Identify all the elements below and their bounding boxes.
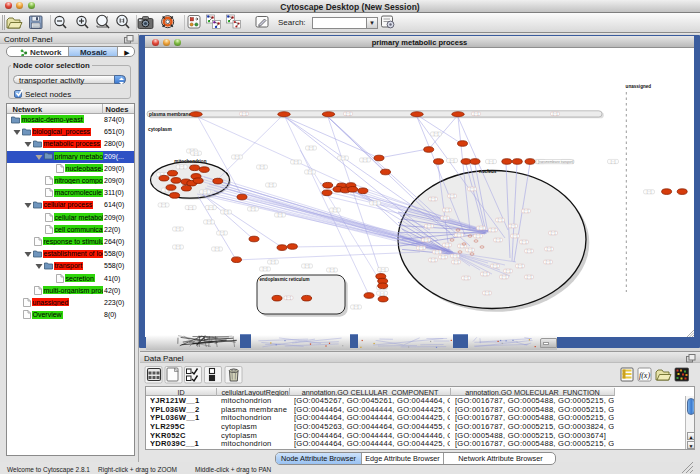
svg-text:[···]: [···] [496,238,501,242]
svg-text:[···]: [···] [470,187,475,191]
svg-text:[···]: [···] [445,208,450,212]
svg-text:[···]: [···] [431,258,436,262]
svg-text:[···]: [···] [242,112,247,116]
svg-text:[···]: [···] [330,268,335,272]
svg-text:[···]: [···] [527,249,532,253]
svg-text:[···]: [···] [450,194,455,198]
svg-text:[···]: [···] [194,152,199,156]
svg-text:[···]: [···] [434,132,439,136]
svg-text:[···]: [···] [308,170,313,174]
svg-text:[···]: [···] [485,291,490,295]
svg-text:[···]: [···] [476,234,481,238]
svg-text:f(x): f(x) [639,371,650,380]
svg-text:[···]: [···] [511,224,516,228]
svg-text:[···]: [···] [445,243,450,247]
svg-text:[···]: [···] [380,292,385,296]
svg-text:[···]: [···] [235,155,240,159]
svg-text:[···]: [···] [493,264,498,268]
svg-text:[···]: [···] [441,255,446,259]
svg-text:[···]: [···] [464,276,469,280]
svg-text:[···]: [···] [498,218,503,222]
svg-text:[···]: [···] [468,248,473,252]
svg-text:[···]: [···] [220,231,225,235]
svg-text:[···]: [···] [435,250,440,254]
svg-text:[···]: [···] [489,160,494,164]
svg-text:[···]: [···] [333,208,338,212]
svg-text:endoplasmic reticulum: endoplasmic reticulum [260,277,310,282]
svg-text:[···]: [···] [419,246,424,250]
svg-text:[···]: [···] [176,227,181,231]
svg-text:[···]: [···] [479,226,484,230]
svg-text:[···]: [···] [522,240,527,244]
svg-text:[···]: [···] [278,213,283,217]
svg-text:unassigned: unassigned [626,84,652,89]
svg-text:[···]: [···] [551,231,556,235]
svg-text:[···]: [···] [215,247,220,251]
svg-text:[···]: [···] [269,183,274,187]
svg-text:[···]: [···] [513,234,518,238]
svg-text:[···]: [···] [354,305,359,309]
svg-text:[···]: [···] [427,224,432,228]
svg-text:[···]: [···] [518,264,523,268]
svg-text:[···]: [···] [450,159,455,163]
svg-text:[···]: [···] [263,267,268,271]
svg-text:[···]: [···] [373,201,378,205]
svg-text:[···]: [···] [454,260,459,264]
svg-text:[···]: [···] [251,207,256,211]
svg-text:[···]: [···] [207,220,212,224]
svg-text:[···]: [···] [457,233,462,237]
svg-text:[···]: [···] [188,206,193,210]
svg-text:[···]: [···] [363,158,368,162]
svg-text:[···]: [···] [553,112,558,116]
svg-text:[···]: [···] [346,112,351,116]
svg-text:[···]: [···] [546,260,551,264]
svg-text:mitochondrion: mitochondrion [174,159,206,164]
svg-text:cytoplasm: cytoplasm [148,127,172,132]
svg-text:[···]: [···] [294,160,299,164]
svg-text:[···]: [···] [381,268,386,272]
svg-text:[···]: [···] [224,210,229,214]
svg-text:[···]: [···] [260,165,265,169]
svg-text:[···]: [···] [502,275,507,279]
svg-text:[···]: [···] [209,206,214,210]
svg-text:plasma membrane: plasma membrane [149,112,191,117]
svg-text:[···]: [···] [474,112,479,116]
svg-text:[···]: [···] [309,146,314,150]
svg-text:[···]: [···] [341,156,346,160]
svg-text:[···]: [···] [271,260,276,264]
svg-text:[···]: [···] [286,296,291,300]
svg-text:[···]: [···] [431,197,436,201]
svg-text:[···]: [···] [424,238,429,242]
svg-text:[···]: [···] [179,165,184,169]
svg-text:[···]: [···] [611,160,616,164]
svg-text:[···]: [···] [483,272,488,276]
svg-text:[···]: [···] [305,264,310,268]
svg-text:[···]: [···] [506,269,511,273]
svg-text:[···]: [···] [491,228,496,232]
svg-text:[···]: [···] [453,254,458,258]
svg-text:[···]: [···] [547,247,552,251]
svg-text:[···]: [···] [524,209,529,213]
svg-text:[···]: [···] [176,245,181,249]
svg-text:[transmembrane transport]: [transmembrane transport] [538,160,574,164]
svg-text:[···]: [···] [161,203,166,207]
svg-text:[···]: [···] [647,190,652,194]
svg-text:[···]: [···] [203,190,208,194]
svg-text:[···]: [···] [527,275,532,279]
svg-text:[···]: [···] [443,216,448,220]
